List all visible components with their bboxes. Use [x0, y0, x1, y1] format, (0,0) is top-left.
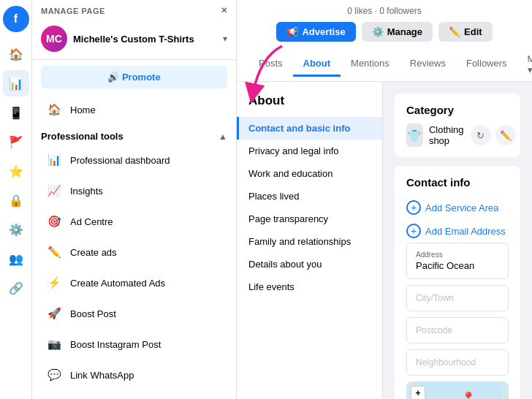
- nav-label-boost-post: Boost Post: [70, 308, 116, 319]
- instagram-icon: 📷: [45, 335, 63, 353]
- page-name: Michelle's Custom T-Shirts: [73, 34, 217, 45]
- page-top-bar: 0 likes · 0 followers 📢 Advertise ⚙️ Man…: [237, 0, 532, 82]
- address-label: Address: [416, 251, 499, 259]
- link-sidebar-icon[interactable]: 🔗: [3, 275, 29, 301]
- star-sidebar-icon[interactable]: ⭐: [3, 158, 29, 184]
- city-placeholder: City/Town: [416, 293, 454, 303]
- people-sidebar-icon[interactable]: 👥: [3, 246, 29, 272]
- about-menu-family[interactable]: Family and relationships: [237, 230, 382, 253]
- nav-label-create-ads: Create ads: [70, 247, 117, 258]
- contact-card: Contact info + Add Service Area + Add Em…: [395, 166, 520, 399]
- refresh-icon[interactable]: ↻: [471, 125, 491, 145]
- chart-sidebar-icon[interactable]: 📊: [3, 70, 29, 96]
- manage-page-label: Manage Page: [41, 7, 105, 15]
- nav-label-create-automated-ads: Create Automated Ads: [70, 278, 165, 289]
- facebook-icon[interactable]: f: [3, 6, 29, 32]
- content-area: About Contact and basic info Privacy and…: [237, 82, 532, 399]
- whatsapp-icon: 💬: [45, 366, 63, 384]
- page-nav-tabs: Posts About Mentions Reviews Followers M…: [248, 48, 520, 81]
- boost-post-icon: 🚀: [45, 305, 63, 322]
- apps-sidebar-icon[interactable]: ⚙️: [3, 216, 29, 243]
- add-service-area-link[interactable]: + Add Service Area: [406, 196, 509, 219]
- page-stats: 0 likes · 0 followers: [347, 6, 421, 16]
- tab-about[interactable]: About: [293, 52, 341, 77]
- edit-button[interactable]: ✏️ Edit: [438, 22, 493, 42]
- nav-label-professional-dashboard: Professional dashboard: [70, 155, 170, 166]
- edit-label: Edit: [464, 26, 482, 37]
- nav-item-boost-instagram[interactable]: 📷 Boost Instagram Post: [37, 330, 232, 359]
- chevron-up-icon[interactable]: ▲: [218, 132, 227, 142]
- avatar: MC: [41, 26, 67, 52]
- nav-item-insights[interactable]: 📈 Insights: [37, 176, 232, 205]
- category-card: Category 👕 Clothing shop ↻ ✏️: [395, 94, 520, 157]
- clothing-icon: 👕: [407, 129, 422, 142]
- neighbourhood-field[interactable]: Neighbourhood: [406, 349, 509, 376]
- close-icon[interactable]: ✕: [221, 6, 228, 15]
- home-icon: 🏠: [45, 101, 63, 118]
- category-title: Category: [406, 104, 509, 116]
- nav-item-ad-centre[interactable]: 🎯 Ad Centre: [37, 207, 232, 236]
- nav-item-home[interactable]: 🏠 Home: [37, 95, 232, 124]
- shield-sidebar-icon[interactable]: 🔒: [3, 187, 29, 213]
- advertise-label: Advertise: [302, 26, 345, 37]
- about-menu-life[interactable]: Life events: [237, 276, 382, 298]
- tab-mentions[interactable]: Mentions: [341, 52, 400, 77]
- manage-label: Manage: [387, 26, 422, 37]
- about-menu-contact[interactable]: Contact and basic info: [237, 117, 382, 140]
- nav-item-create-automated-ads[interactable]: ⚡ Create Automated Ads: [37, 268, 232, 297]
- automated-ads-icon: ⚡: [45, 274, 63, 292]
- advertise-icon: 📢: [286, 26, 298, 37]
- nav-item-link-whatsapp[interactable]: 💬 Link WhatsApp: [37, 360, 232, 390]
- add-email-link[interactable]: + Add Email Address: [406, 219, 509, 243]
- chevron-down-icon[interactable]: ▾: [223, 34, 227, 44]
- zoom-in-button[interactable]: +: [411, 386, 425, 399]
- category-row: 👕 Clothing shop ↻ ✏️: [406, 123, 509, 147]
- flag-sidebar-icon[interactable]: 🚩: [3, 129, 29, 155]
- about-menu-privacy[interactable]: Privacy and legal info: [237, 140, 382, 162]
- home-sidebar-icon[interactable]: 🏠: [3, 41, 29, 67]
- section-label: Professional tools: [41, 131, 123, 142]
- icon-sidebar: f 🏠 📊 📱 🚩 ⭐ 🔒 ⚙️ 👥 🔗: [0, 0, 32, 399]
- about-menu-transparency[interactable]: Page transparency: [237, 208, 382, 230]
- postcode-field[interactable]: Postcode: [406, 317, 509, 343]
- promote-button[interactable]: 🔊 Promote: [41, 66, 227, 88]
- phone-sidebar-icon[interactable]: 📱: [3, 99, 29, 126]
- right-content: 0 likes · 0 followers 📢 Advertise ⚙️ Man…: [237, 0, 532, 399]
- nav-label-link-whatsapp: Link WhatsApp: [70, 370, 134, 381]
- professional-tools-header: Professional tools ▲: [32, 125, 236, 145]
- address-field[interactable]: Address Pacific Ocean: [406, 243, 509, 279]
- map-controls: + −: [411, 386, 425, 399]
- add-email-icon: +: [406, 224, 421, 238]
- category-value: Clothing shop: [429, 124, 471, 146]
- about-menu-work[interactable]: Work and education: [237, 162, 382, 185]
- category-left: 👕 Clothing shop: [406, 123, 471, 147]
- nav-label-boost-instagram: Boost Instagram Post: [70, 339, 161, 350]
- about-right-panel: Category 👕 Clothing shop ↻ ✏️ Contact: [383, 82, 532, 399]
- advertise-button[interactable]: 📢 Advertise: [276, 22, 355, 42]
- nav-item-create-ads[interactable]: ✏️ Create ads: [37, 238, 232, 267]
- contact-title: Contact info: [406, 176, 509, 189]
- category-actions: ↻ ✏️: [471, 125, 516, 145]
- about-menu-details[interactable]: Details about you: [237, 253, 382, 276]
- ad-centre-icon: 🎯: [45, 213, 63, 230]
- category-icon: 👕: [406, 123, 423, 147]
- about-menu-places[interactable]: Places lived: [237, 185, 382, 208]
- page-header: MC Michelle's Custom T-Shirts ▾: [32, 18, 236, 60]
- edit-category-icon[interactable]: ✏️: [495, 125, 516, 145]
- tab-followers[interactable]: Followers: [456, 52, 517, 77]
- neighbourhood-placeholder: Neighbourhood: [416, 357, 476, 368]
- manage-button[interactable]: ⚙️ Manage: [362, 22, 433, 42]
- nav-item-meta-business[interactable]: 💼 Meta Business Suite ↗: [37, 391, 232, 399]
- insights-icon: 📈: [45, 182, 63, 200]
- add-service-label: Add Service Area: [425, 202, 498, 213]
- city-field[interactable]: City/Town: [406, 285, 509, 311]
- manage-icon: ⚙️: [372, 26, 384, 37]
- tab-posts[interactable]: Posts: [248, 52, 293, 77]
- nav-item-boost-post[interactable]: 🚀 Boost Post: [37, 299, 232, 328]
- nav-item-professional-dashboard[interactable]: 📊 Professional dashboard: [37, 145, 232, 175]
- map-container: + − 📍: [406, 381, 509, 399]
- tab-more[interactable]: More ▾: [517, 48, 532, 81]
- page-stats-row: 0 likes · 0 followers: [248, 0, 520, 19]
- tab-reviews[interactable]: Reviews: [400, 52, 456, 77]
- map-svg: 📍: [414, 381, 501, 399]
